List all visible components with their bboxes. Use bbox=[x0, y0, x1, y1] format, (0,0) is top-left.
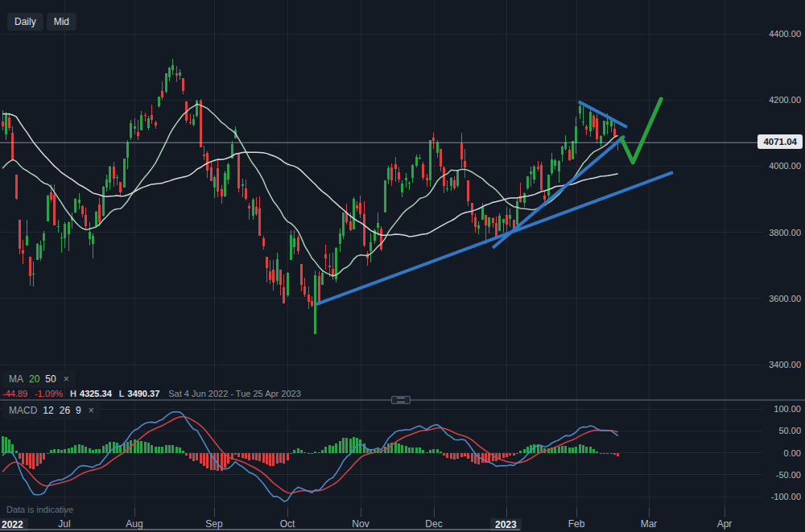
high-value: 4325.34 bbox=[80, 389, 112, 398]
time-axis-label: Nov bbox=[341, 518, 381, 530]
time-axis-tick bbox=[724, 508, 725, 517]
trendline[interactable] bbox=[316, 172, 673, 304]
time-axis-tick bbox=[506, 508, 507, 517]
macd-legend-title: MACD bbox=[9, 405, 37, 416]
ma-period-50: 50 bbox=[45, 373, 56, 385]
indicative-note: Data is indicative bbox=[6, 505, 73, 514]
ma20-line bbox=[2, 104, 618, 275]
projection-arrow[interactable] bbox=[621, 99, 661, 163]
price-axis-label: 4400.00 bbox=[753, 28, 801, 39]
trendline[interactable] bbox=[579, 101, 627, 127]
macd-signal-line bbox=[2, 417, 618, 493]
time-axis-label: Jul bbox=[44, 518, 85, 530]
macd-line bbox=[2, 412, 618, 501]
low-label: L bbox=[119, 389, 125, 398]
h-scrollbar-thumb[interactable] bbox=[0, 529, 520, 530]
close-icon[interactable]: × bbox=[89, 405, 94, 416]
macd-histogram bbox=[2, 436, 620, 471]
panel-divider-handle[interactable] bbox=[391, 396, 411, 404]
time-axis-label: Sep bbox=[194, 518, 234, 530]
macd-axis-label: 0.00 bbox=[753, 447, 801, 459]
time-axis-label: Feb bbox=[556, 518, 597, 530]
ma-period-20: 20 bbox=[29, 373, 39, 385]
time-axis-label: Mar bbox=[629, 518, 669, 530]
change-value: -44.89 bbox=[2, 389, 27, 398]
time-axis-tick bbox=[649, 508, 650, 517]
close-icon[interactable]: × bbox=[64, 373, 69, 385]
time-axis-tick bbox=[361, 508, 361, 517]
grid-layer bbox=[0, 0, 762, 518]
low-value: 3490.37 bbox=[128, 389, 160, 398]
timeframe-daily-button[interactable]: Daily bbox=[7, 13, 43, 31]
panel-divider[interactable] bbox=[0, 399, 805, 401]
macd-param-slow: 26 bbox=[60, 405, 70, 416]
time-axis-label: Aug bbox=[114, 518, 155, 530]
change-percent: -1.09% bbox=[35, 389, 63, 398]
macd-axis-label: 50.00 bbox=[753, 425, 801, 436]
time-axis-tick bbox=[214, 508, 215, 517]
price-axis-label: 4200.00 bbox=[753, 94, 801, 105]
ma-legend-title: MA bbox=[9, 373, 23, 385]
time-axis-label: Oct bbox=[267, 518, 308, 530]
macd-axis-label: 100.00 bbox=[753, 403, 801, 414]
time-axis-label: Dec bbox=[414, 518, 454, 530]
instrument-stats: -44.89 -1.09% H 4325.34 L 3490.37 Sat 4 … bbox=[2, 388, 301, 399]
high-label: H bbox=[70, 389, 76, 398]
date-range: Sat 4 Jun 2022 - Tue 25 Apr 2023 bbox=[168, 389, 301, 398]
time-axis-tick bbox=[434, 508, 435, 517]
ma-legend: MA 20 50 × bbox=[2, 370, 76, 388]
time-axis-label: Apr bbox=[704, 518, 745, 530]
time-axis-tick bbox=[576, 508, 577, 517]
last-price-badge: 4071.04 bbox=[758, 134, 803, 149]
macd-axis-label: -50.00 bbox=[753, 469, 801, 480]
chart-canvas[interactable] bbox=[0, 0, 805, 532]
price-axis-label: 3800.00 bbox=[753, 227, 801, 238]
macd-param-signal: 9 bbox=[76, 405, 81, 416]
trading-chart-app: Daily Mid MA 20 50 × -44.89 -1.09% H 432… bbox=[0, 0, 805, 532]
timeframe-toolbar: Daily Mid bbox=[7, 13, 76, 31]
price-axis-label: 3400.00 bbox=[753, 359, 801, 370]
price-axis-label: 3600.00 bbox=[753, 293, 801, 304]
macd-axis-label: -100.00 bbox=[753, 491, 801, 502]
time-axis-tick bbox=[287, 508, 288, 517]
macd-legend: MACD 12 26 9 × bbox=[2, 402, 101, 419]
time-axis-tick bbox=[134, 508, 135, 517]
macd-axis[interactable]: 100.0050.000.00-50.00-100.00 bbox=[762, 400, 805, 518]
price-axis-label: 4000.00 bbox=[753, 160, 801, 171]
macd-param-fast: 12 bbox=[43, 405, 53, 416]
timeframe-mid-button[interactable]: Mid bbox=[47, 13, 76, 31]
trendline[interactable] bbox=[493, 136, 625, 248]
